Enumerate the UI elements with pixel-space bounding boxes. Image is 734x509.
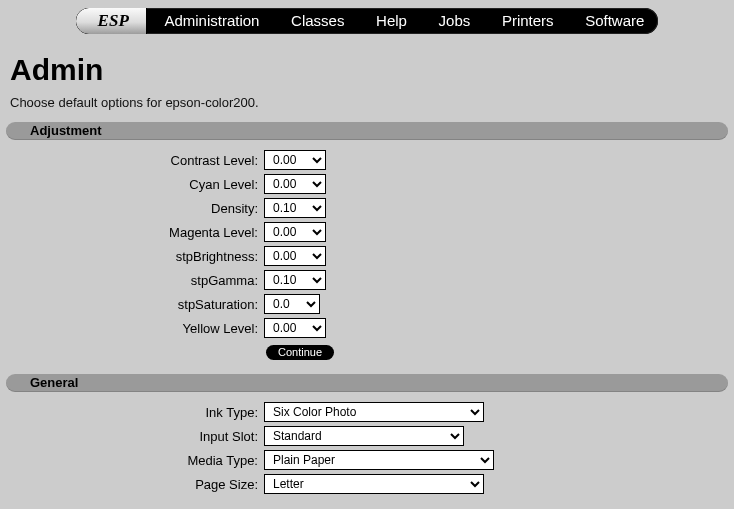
general-form: Ink Type: Six Color Photo Input Slot: St…: [6, 400, 728, 496]
nav-printers[interactable]: Printers: [488, 8, 568, 34]
row-ink-type: Ink Type: Six Color Photo: [6, 400, 728, 424]
nav-software[interactable]: Software: [571, 8, 658, 34]
select-cyan-level[interactable]: 0.00: [264, 174, 326, 194]
row-density: Density: 0.10: [6, 196, 728, 220]
label-cyan-level: Cyan Level:: [6, 177, 264, 192]
label-stp-saturation: stpSaturation:: [6, 297, 264, 312]
select-stp-brightness[interactable]: 0.00: [264, 246, 326, 266]
row-stp-saturation: stpSaturation: 0.0: [6, 292, 728, 316]
label-stp-brightness: stpBrightness:: [6, 249, 264, 264]
nav-classes[interactable]: Classes: [277, 8, 358, 34]
intro-text: Choose default options for epson-color20…: [10, 95, 734, 110]
label-page-size: Page Size:: [6, 477, 264, 492]
nav-brand-esp[interactable]: ESP: [76, 8, 147, 34]
row-yellow-level: Yellow Level: 0.00: [6, 316, 728, 340]
row-stp-brightness: stpBrightness: 0.00: [6, 244, 728, 268]
select-stp-saturation[interactable]: 0.0: [264, 294, 320, 314]
select-input-slot[interactable]: Standard: [264, 426, 464, 446]
page-title: Admin: [10, 53, 734, 87]
continue-row: Continue: [6, 340, 728, 368]
label-input-slot: Input Slot:: [6, 429, 264, 444]
row-contrast-level: Contrast Level: 0.00: [6, 148, 728, 172]
row-stp-gamma: stpGamma: 0.10: [6, 268, 728, 292]
continue-button[interactable]: Continue: [266, 345, 334, 360]
adjustment-form: Contrast Level: 0.00 Cyan Level: 0.00 De…: [6, 148, 728, 368]
label-density: Density:: [6, 201, 264, 216]
select-page-size[interactable]: Letter: [264, 474, 484, 494]
top-nav-wrap: ESP Administration Classes Help Jobs Pri…: [0, 0, 734, 43]
nav-administration[interactable]: Administration: [150, 8, 273, 34]
label-contrast-level: Contrast Level:: [6, 153, 264, 168]
select-density[interactable]: 0.10: [264, 198, 326, 218]
row-input-slot: Input Slot: Standard: [6, 424, 728, 448]
row-cyan-level: Cyan Level: 0.00: [6, 172, 728, 196]
select-media-type[interactable]: Plain Paper: [264, 450, 494, 470]
nav-jobs[interactable]: Jobs: [425, 8, 485, 34]
select-ink-type[interactable]: Six Color Photo: [264, 402, 484, 422]
label-ink-type: Ink Type:: [6, 405, 264, 420]
row-magenta-level: Magenta Level: 0.00: [6, 220, 728, 244]
row-page-size: Page Size: Letter: [6, 472, 728, 496]
section-adjustment-header: Adjustment: [6, 122, 728, 140]
select-yellow-level[interactable]: 0.00: [264, 318, 326, 338]
select-contrast-level[interactable]: 0.00: [264, 150, 326, 170]
label-media-type: Media Type:: [6, 453, 264, 468]
top-nav: ESP Administration Classes Help Jobs Pri…: [76, 8, 659, 34]
section-general-header: General: [6, 374, 728, 392]
label-stp-gamma: stpGamma:: [6, 273, 264, 288]
select-magenta-level[interactable]: 0.00: [264, 222, 326, 242]
select-stp-gamma[interactable]: 0.10: [264, 270, 326, 290]
label-yellow-level: Yellow Level:: [6, 321, 264, 336]
row-media-type: Media Type: Plain Paper: [6, 448, 728, 472]
label-magenta-level: Magenta Level:: [6, 225, 264, 240]
nav-help[interactable]: Help: [362, 8, 421, 34]
